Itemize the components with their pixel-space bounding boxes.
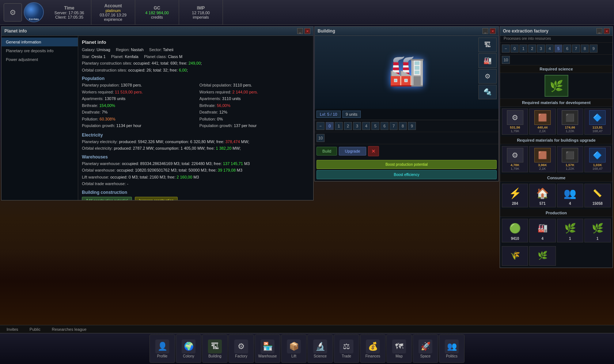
tab-science[interactable]: 🔬 Science [307, 334, 333, 363]
tab-warehouse[interactable]: 🏪 Warehouse [255, 334, 280, 363]
num-btn-6[interactable]: 6 [380, 122, 389, 130]
num-btn-7[interactable]: 7 [390, 122, 398, 130]
orbital-sites-value: occupied: 26; total: 32; free: 6,00; [128, 68, 188, 72]
status-tab-public[interactable]: Public [27, 326, 43, 332]
cancel-button[interactable]: ✕ [368, 146, 379, 156]
settings-button[interactable]: ⚙ [4, 3, 22, 22]
apartments-p-row: Apartments: 13078 units [82, 96, 192, 102]
pop-growth-p-row: Population growth: 1134 per hour [82, 123, 192, 129]
account-date: 03.07.16 13:29 [100, 13, 126, 17]
thumb-1[interactable]: 🏗 [478, 38, 497, 52]
num-btn-2[interactable]: 2 [344, 122, 352, 130]
ore-factory-panel: Ore extraction factory _ ✕ Processes ore… [500, 26, 613, 268]
gc-label: GC [154, 5, 160, 11]
minimize-button[interactable]: _ [297, 28, 303, 34]
build-button[interactable]: Build [317, 147, 337, 156]
bottom-tab-bar: 👤 Profile 🌍 Colony 🏗 Building ⚙ Factory … [0, 333, 614, 364]
factory-num-10[interactable]: 10 [502, 56, 510, 64]
status-tab-researches[interactable]: Researches league [49, 326, 90, 332]
num-btn-0[interactable]: 0 [326, 122, 334, 130]
workers-o-row: Workers required: 2 144,00 pers. [200, 89, 310, 95]
add-construction-button[interactable]: Add construction potential [82, 197, 132, 200]
construction-sites-value: occupied: 441; total: 690; free: 249,00; [133, 61, 202, 65]
pollution-o-row: Pollution: 0% [200, 116, 310, 122]
workers-p-row: Workers required: 11 519,00 pers. [82, 89, 192, 95]
star-value: Oesta 1 [91, 54, 106, 59]
tab-politics[interactable]: 👥 Politics [439, 334, 465, 363]
tab-finances[interactable]: 💰 Finances [360, 334, 386, 363]
dev-materials-grid: ⚙ 531,56 1,79K 🟫 440,44 2,1K ⬛ 174,66 1,… [500, 107, 613, 137]
dev-mat-val-3: 113,91 [592, 126, 603, 129]
thumb-2[interactable]: 🏭 [478, 53, 497, 68]
upg-mat-3: 🔷 1,03K 168,47 [584, 146, 611, 172]
dev-mat-0: ⚙ 531,56 1,79K [502, 108, 528, 135]
close-button[interactable]: ✕ [304, 28, 310, 34]
boost-efficiency-button[interactable]: Boost efficiency [317, 170, 497, 179]
tab-building[interactable]: 🏗 Building [202, 334, 228, 363]
time-label: Time [64, 5, 75, 11]
sidebar-item-ore[interactable]: Planetary ore deposits info [1, 46, 78, 55]
factory-num-4[interactable]: 4 [546, 45, 554, 53]
factory-num-7[interactable]: 7 [572, 45, 580, 53]
num-btn-minus[interactable]: − [317, 122, 325, 130]
thumb-4[interactable]: 🔩 [478, 85, 497, 99]
building-panel-controls: _ ✕ [482, 28, 496, 34]
ore-factory-minimize[interactable]: _ [596, 28, 602, 34]
tab-trade[interactable]: ⚖ Trade [334, 334, 359, 363]
num-btn-4[interactable]: 4 [362, 122, 370, 130]
sidebar-item-general[interactable]: General information [1, 38, 78, 46]
consume-val-0: 284 [512, 202, 518, 206]
planet-icon[interactable]: Kenfala [24, 2, 44, 22]
building-minimize-button[interactable]: _ [482, 28, 488, 34]
num-btn-10[interactable]: 10 [317, 134, 325, 142]
num-btn-1[interactable]: 1 [335, 122, 343, 130]
building-close-button[interactable]: ✕ [490, 28, 496, 34]
prod-item-3: 🌿 1 [584, 219, 611, 242]
factory-num-8[interactable]: 8 [581, 45, 589, 53]
tab-warehouse-label: Warehouse [258, 354, 277, 358]
sidebar-item-power[interactable]: Power adjustment [1, 55, 78, 64]
factory-num-5[interactable]: 5 [554, 45, 562, 53]
consume-grid: ⚡ 284 🏠 571 👥 4 📏 15058 [500, 182, 613, 209]
dev-mat-val-2: 174,66 [565, 126, 575, 129]
increase-construction-button[interactable]: Increase construction [135, 197, 178, 200]
factory-num-6[interactable]: 6 [563, 45, 571, 53]
num-btn-8[interactable]: 8 [399, 122, 407, 130]
top-info-section: Time Server: 17:05:36 Client: 17:05:35 A… [48, 0, 223, 25]
thumb-3[interactable]: ⚙ [478, 69, 497, 84]
num-btn-9[interactable]: 9 [408, 122, 416, 130]
tab-lift[interactable]: 📦 Lift [281, 334, 307, 363]
star-row: Star: Oesta 1 Planet: Kenfala Planet cla… [82, 54, 310, 60]
apartments-p-value: 13078 units [105, 96, 125, 101]
factory-num-2[interactable]: 2 [528, 45, 536, 53]
tab-colony[interactable]: 🌍 Colony [176, 334, 201, 363]
level-display: Lvl: 5 / 10 [317, 111, 341, 118]
factory-num-1[interactable]: 1 [519, 45, 527, 53]
tab-science-label: Science [314, 354, 327, 358]
class-label: Planet class: [140, 54, 168, 59]
tab-map[interactable]: 🗺 Map [386, 334, 412, 363]
ore-factory-close[interactable]: ✕ [604, 28, 610, 34]
num-btn-3[interactable]: 3 [353, 122, 361, 130]
consume-val-2: 4 [569, 202, 571, 206]
factory-num-0[interactable]: 0 [511, 45, 519, 53]
tab-map-label: Map [395, 354, 402, 358]
prod-icon-5: 🌿 [534, 248, 551, 263]
upgrade-button[interactable]: Upgrade [339, 147, 366, 156]
content-title: Planet info [82, 39, 310, 45]
factory-num-9[interactable]: 9 [590, 45, 598, 53]
tab-factory[interactable]: ⚙ Factory [228, 334, 254, 363]
tab-profile[interactable]: 👤 Profile [149, 334, 175, 363]
status-tab-invites[interactable]: Invites [4, 326, 21, 332]
tab-space[interactable]: 🚀 Space [413, 334, 438, 363]
orbital-wh-value: occupied: 10820.9206501762 M3; total: 50… [117, 168, 242, 172]
factory-num-3[interactable]: 3 [537, 45, 545, 53]
dev-mat-val2-3: 168,47 [592, 129, 603, 133]
num-btn-5[interactable]: 5 [371, 122, 379, 130]
required-upgrade-header: Required materials for buildings upgrade [500, 137, 613, 144]
ore-factory-titlebar: Ore extraction factory _ ✕ [500, 27, 613, 36]
boost-production-button[interactable]: Boost production potential [317, 160, 497, 169]
prod-val-0: 9410 [511, 237, 519, 241]
factory-minus[interactable]: − [502, 45, 510, 53]
sector-label: Sector: [145, 47, 163, 52]
